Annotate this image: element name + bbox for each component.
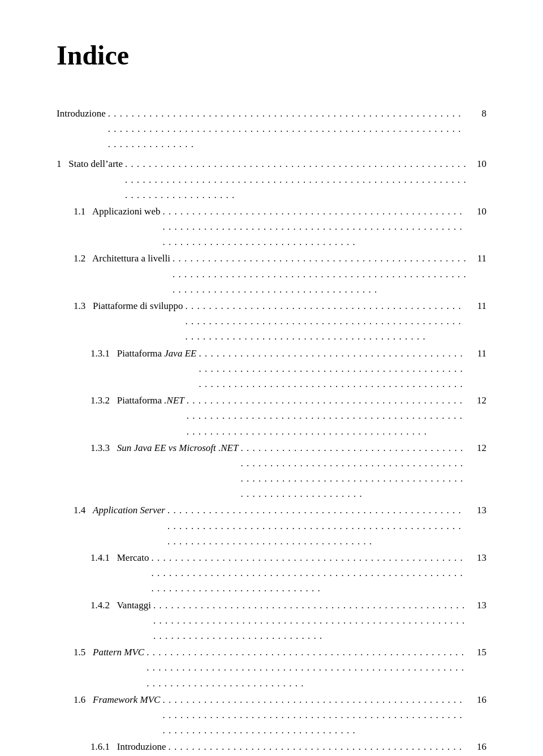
toc-page-1-3-1: 11 xyxy=(469,346,486,361)
toc-entry-1-3: 1.3 Piattaforme di sviluppo 11 xyxy=(57,298,486,345)
toc-entry-1-3-3: 1.3.3 Sun Java EE vs Microsoft .NET 12 xyxy=(57,440,486,502)
toc-dots-1-5 xyxy=(146,645,467,691)
toc-entry-1-4-2: 1.4.2 Vantaggi 13 xyxy=(57,598,486,644)
toc-label-1-3-1: 1.3.1 Piattaforma Java EE xyxy=(90,346,196,361)
toc-page-1-3-2: 12 xyxy=(469,393,486,408)
toc-entry-1-3-1: 1.3.1 Piattaforma Java EE 11 xyxy=(57,346,486,392)
toc-page-1-4-2: 13 xyxy=(469,598,486,613)
toc-page-1-3: 11 xyxy=(469,298,486,313)
toc-dots-1-3-3 xyxy=(240,440,467,502)
toc-entry-ch1: 1 Stato dell’arte 10 xyxy=(57,156,486,203)
toc-entry-intro: Introduzione 8 xyxy=(57,106,486,152)
toc-entry-1-2: 1.2 Architettura a livelli 11 xyxy=(57,251,486,297)
toc-page-1-1: 10 xyxy=(469,204,486,219)
toc-page-1-4: 13 xyxy=(469,502,486,518)
page-title: Indice xyxy=(57,34,486,78)
toc-dots-1-3-1 xyxy=(199,346,467,392)
toc-label-1-4-1: 1.4.1 Mercato xyxy=(90,550,149,565)
toc-entry-1-3-2: 1.3.2 Piattaforma .NET 12 xyxy=(57,393,486,439)
toc-label-intro: Introduzione xyxy=(57,106,106,121)
toc-page-1-5: 15 xyxy=(469,645,486,660)
toc-label-1-6-1: 1.6.1 Introduzione xyxy=(90,739,166,754)
toc-dots-1-6-1 xyxy=(169,739,467,756)
toc-page-1-4-1: 13 xyxy=(469,550,486,565)
toc-label-1-3-2: 1.3.2 Piattaforma .NET xyxy=(90,393,184,408)
toc-dots-1-4-2 xyxy=(153,598,467,644)
toc-page-1-6: 16 xyxy=(469,692,486,707)
toc-dots-1-4-1 xyxy=(151,550,467,596)
toc-entry-1-5: 1.5 Pattern MVC 15 xyxy=(57,645,486,691)
toc-page-1-3-3: 12 xyxy=(469,440,486,456)
toc-page-intro: 8 xyxy=(469,106,486,121)
toc-dots-1-1 xyxy=(162,204,467,250)
toc-label-1-3-3: 1.3.3 Sun Java EE vs Microsoft .NET xyxy=(90,440,238,456)
toc-entry-1-4: 1.4 Application Server 13 xyxy=(57,502,486,549)
toc-dots-ch1 xyxy=(125,156,467,203)
toc-label-1-3: 1.3 Piattaforme di sviluppo xyxy=(74,298,183,313)
toc-label-ch1: 1 Stato dell’arte xyxy=(57,156,123,171)
toc-dots-1-2 xyxy=(173,251,467,297)
toc-label-1-4-2: 1.4.2 Vantaggi xyxy=(90,598,151,613)
toc-dots-1-4 xyxy=(167,502,467,549)
toc-dots-1-3 xyxy=(186,298,467,345)
toc-entry-1-6: 1.6 Framework MVC 16 xyxy=(57,692,486,738)
toc-dots-intro xyxy=(108,106,467,152)
toc-container: Introduzione 8 1 Stato dell’arte 10 1.1 … xyxy=(57,106,486,756)
toc-page-ch1: 10 xyxy=(469,156,486,171)
toc-label-1-1: 1.1 Applicazioni web xyxy=(74,204,160,219)
toc-dots-1-3-2 xyxy=(187,393,467,439)
toc-entry-1-6-1: 1.6.1 Introduzione 16 xyxy=(57,739,486,756)
toc-label-1-5: 1.5 Pattern MVC xyxy=(74,645,144,660)
toc-label-1-4: 1.4 Application Server xyxy=(74,502,165,518)
toc-label-1-2: 1.2 Architettura a livelli xyxy=(74,251,170,266)
toc-entry-1-1: 1.1 Applicazioni web 10 xyxy=(57,204,486,250)
toc-label-1-6: 1.6 Framework MVC xyxy=(74,692,160,707)
toc-page-1-6-1: 16 xyxy=(469,739,486,754)
toc-entry-1-4-1: 1.4.1 Mercato 13 xyxy=(57,550,486,596)
toc-page-1-2: 11 xyxy=(469,251,486,266)
toc-dots-1-6 xyxy=(162,692,467,738)
